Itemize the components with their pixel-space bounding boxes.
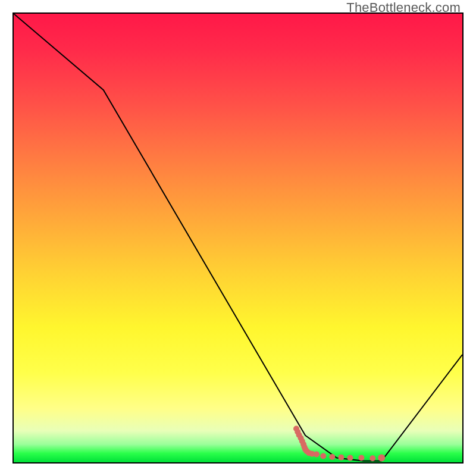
scatter-cluster-point (314, 451, 320, 457)
chart-frame (12, 12, 464, 464)
scatter-cluster-point (320, 453, 326, 459)
chart-svg (14, 14, 462, 462)
scatter-cluster-point (347, 455, 353, 461)
scatter-cluster-point (358, 455, 364, 461)
detached-dot-point (378, 454, 385, 461)
scatter-cluster-point (329, 454, 335, 460)
scatter-cluster-group (293, 425, 385, 461)
bottleneck-curve-line (14, 14, 462, 461)
scatter-cluster-point (338, 455, 344, 461)
scatter-cluster-point (369, 455, 375, 461)
